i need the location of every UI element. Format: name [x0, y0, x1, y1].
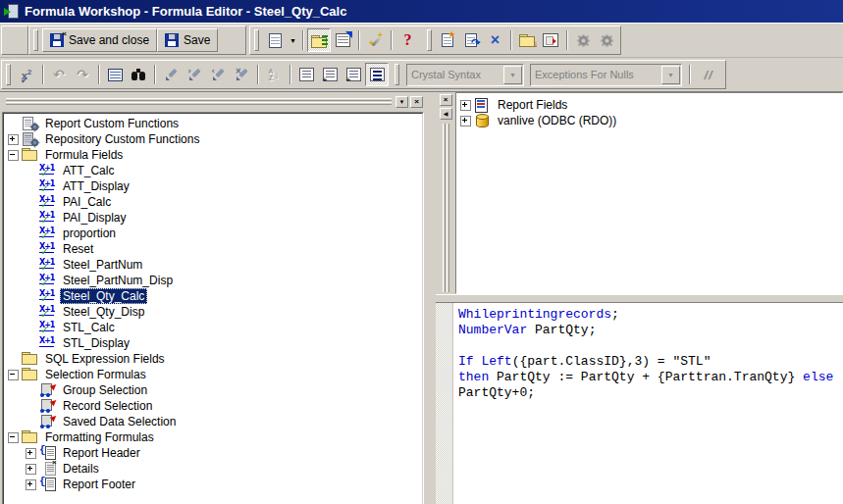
expander-plus-icon[interactable] [26, 479, 36, 490]
bookmark-toggle-button[interactable] [159, 63, 183, 86]
check-syntax-button[interactable]: x2✓ [15, 63, 38, 86]
tree-item-steel-qty-disp[interactable]: X+1✓Steel_Qty_Disp [4, 304, 422, 320]
tree-item-att-display[interactable]: X+1✓ATT_Display [4, 178, 422, 194]
fields-panel-collapse-button[interactable]: ◀ [440, 108, 452, 120]
tree-item-sql-expression-fields[interactable]: SQL Expression Fields [4, 351, 422, 367]
expander-plus-icon[interactable] [460, 116, 471, 126]
sort-arrow-icon: ↓ [275, 70, 280, 80]
horizontal-splitter[interactable] [436, 294, 843, 302]
tree-item-proportion[interactable]: X+1✓proportion [4, 226, 422, 241]
comment-button[interactable]: // [694, 63, 723, 86]
show-workshop-tree-button[interactable] [365, 63, 389, 86]
bookmark-next-button[interactable]: › [183, 63, 206, 86]
expander-minus-icon[interactable] [8, 370, 19, 380]
formula-field-icon: X+1✓ [39, 258, 57, 272]
use-expert-editor-button[interactable] [539, 28, 562, 52]
tree-item-stl-calc[interactable]: X+1✓STL_Calc [4, 320, 422, 335]
expander-plus-icon[interactable] [8, 134, 19, 145]
tree-item-steel-partnum[interactable]: X+1✓Steel_PartNum [4, 257, 422, 273]
code-line: If Left({part.ClassID},3) = "STL" [458, 354, 843, 370]
toolbar-grip[interactable] [427, 29, 432, 51]
edit-custom-function-button[interactable] [595, 28, 618, 52]
report-options-button[interactable] [331, 28, 354, 52]
show-fields-tree-button[interactable] [294, 63, 318, 86]
fields-tree-icon [299, 68, 314, 81]
expand-node-button[interactable]: ↓ [515, 28, 539, 52]
expander-plus-icon[interactable] [26, 448, 36, 459]
tree-item-pai-calc[interactable]: X+1✓PAI_Calc [4, 194, 422, 210]
bookmark-prev-button[interactable]: ‹ [206, 63, 230, 86]
tree-item-stl-display[interactable]: X+1STL_Display [4, 335, 422, 351]
show-functions-tree-button[interactable] [318, 63, 342, 86]
new-dropdown-arrow[interactable]: ▼ [287, 28, 298, 52]
tree-item-record-selection[interactable]: Record Selection [4, 398, 422, 414]
toolbar-separator [510, 30, 511, 50]
tree-item-vanlive-odbc-rdo-[interactable]: vanlive (ODBC (RDO)) [456, 113, 842, 128]
tree-item-report-fields[interactable]: Report Fields [456, 97, 842, 113]
expander-minus-icon[interactable] [8, 150, 19, 161]
tree-item-saved-data-selection[interactable]: Saved Data Selection [4, 414, 422, 429]
formula-expert-button[interactable] [363, 28, 387, 52]
tree-item-group-selection[interactable]: Group Selection [4, 382, 422, 398]
database-icon [474, 114, 492, 127]
toolbar-grip[interactable] [254, 29, 259, 51]
toolbar-grip[interactable] [6, 64, 11, 85]
toolbar-grip[interactable] [395, 64, 399, 85]
fields-tree[interactable]: Report Fieldsvanlive (ODBC (RDO)) [456, 93, 842, 294]
tree-item-pai-display[interactable]: X+1✓PAI_Display [4, 210, 422, 226]
vertical-splitter[interactable] [424, 92, 436, 504]
save-button[interactable]: Save [157, 28, 218, 52]
undo-button[interactable]: ↶ [47, 63, 71, 86]
workshop-tree[interactable]: Report Custom FunctionsRepository Custom… [4, 114, 422, 504]
syntax-select[interactable]: Crystal Syntax ▼ [406, 64, 524, 86]
tree-item-repository-custom-functions[interactable]: Repository Custom Functions [4, 131, 422, 147]
tree-item-att-calc[interactable]: X+1✓ATT_Calc [4, 163, 422, 178]
tree-item-steel-partnum-disp[interactable]: X+1✓Steel_PartNum_Disp [4, 273, 422, 288]
tree-item-steel-qty-calc[interactable]: X+1✓Steel_Qty_Calc [4, 288, 422, 304]
toolbar-grip[interactable] [33, 29, 38, 51]
tree-item-report-footer[interactable]: {Report Footer [4, 477, 422, 492]
workshop-panel-menu-button[interactable]: ▼ [395, 96, 408, 108]
formula-code[interactable]: Whileprintingrecords;NumberVar PartQty; … [453, 303, 843, 504]
folder-icon [22, 368, 39, 381]
tree-item-label: ATT_Calc [60, 163, 117, 178]
new-button[interactable] [263, 28, 287, 52]
repository-function-icon [22, 132, 39, 146]
tree-item-selection-formulas[interactable]: Selection Formulas [4, 367, 422, 382]
rename-button[interactable]: ↷ [459, 28, 483, 52]
fields-panel-strip: × ◀ [436, 92, 455, 294]
workshop-panel-grip[interactable] [6, 98, 392, 105]
fields-panel-grip[interactable] [443, 124, 449, 292]
expander-plus-icon[interactable] [26, 464, 36, 475]
tree-item-report-custom-functions[interactable]: Report Custom Functions [4, 116, 422, 131]
expander-minus-icon[interactable] [8, 432, 19, 443]
tree-item-reset[interactable]: X+1✓Reset [4, 241, 422, 257]
fields-panel-close-button[interactable]: × [440, 94, 452, 106]
tree-item-formula-fields[interactable]: Formula Fields [4, 147, 422, 163]
help-button[interactable]: ? [395, 28, 419, 52]
folder-icon [22, 148, 39, 162]
bookmark-clear-button[interactable]: × [230, 63, 253, 86]
redo-button[interactable]: ↷ [71, 63, 94, 86]
null-handling-select[interactable]: Exceptions For Nulls ▼ [530, 64, 682, 86]
tree-item-label: Record Selection [60, 398, 155, 414]
find-button[interactable] [127, 63, 150, 86]
binoculars-icon [132, 69, 146, 80]
formula-editor[interactable]: Whileprintingrecords;NumberVar PartQty; … [436, 302, 843, 504]
tree-item-report-header[interactable]: {Report Header [4, 445, 422, 461]
workshop-panel-close-button[interactable]: × [410, 96, 423, 108]
toggle-workshop-tree-button[interactable] [307, 28, 331, 52]
sort-trees-button[interactable]: AZ↓ [262, 63, 286, 86]
expander-plus-icon[interactable] [460, 100, 471, 111]
tree-item-details[interactable]: {×Details [4, 461, 422, 477]
delete-button[interactable]: × [483, 28, 506, 52]
add-custom-function-button[interactable] [571, 28, 595, 52]
browse-data-button[interactable] [103, 63, 127, 86]
tree-item-label: Report Footer [60, 477, 138, 492]
show-operators-tree-button[interactable] [342, 63, 365, 86]
new-formula-button[interactable]: ★ [436, 28, 459, 52]
tree-item-formatting-formulas[interactable]: Formatting Formulas [4, 429, 422, 445]
toolbar-edge-cell [1, 25, 28, 55]
save-and-close-button[interactable]: × Save and close [42, 28, 157, 52]
titlebar[interactable]: Formula Workshop - Formula Editor - Stee… [0, 0, 843, 23]
